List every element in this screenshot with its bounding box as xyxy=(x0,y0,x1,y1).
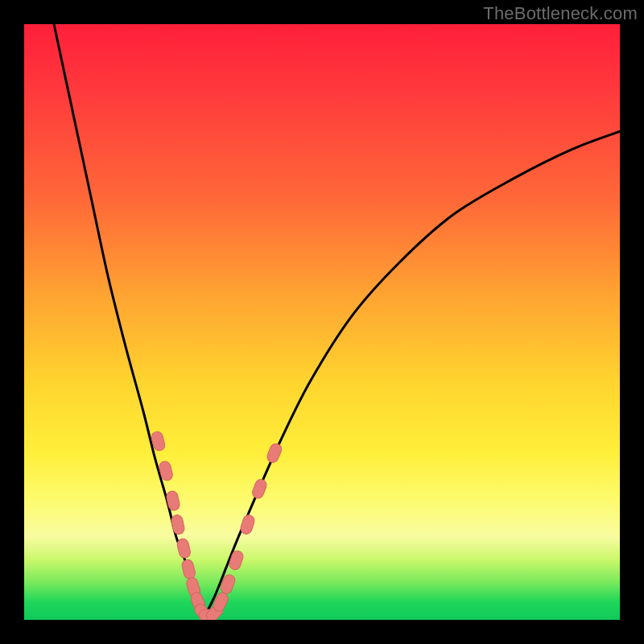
marker-point xyxy=(170,514,185,535)
marker-point xyxy=(266,442,283,464)
marker-point xyxy=(239,514,256,535)
marker-point xyxy=(176,538,192,559)
watermark-text: TheBottleneck.com xyxy=(483,3,638,24)
plot-area xyxy=(24,24,620,620)
marker-point xyxy=(251,478,269,500)
curve-right-branch xyxy=(203,131,620,620)
marker-point xyxy=(181,559,196,580)
chart-frame: TheBottleneck.com xyxy=(0,0,644,644)
chart-svg xyxy=(24,24,620,620)
marker-point xyxy=(166,490,181,511)
marker-point xyxy=(228,549,245,571)
